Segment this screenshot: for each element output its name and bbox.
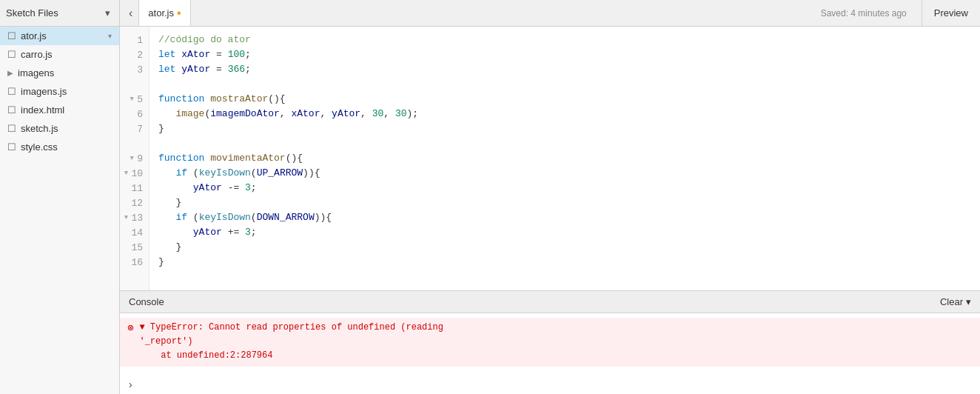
sidebar: ☐ ator.js ▾ ☐ carro.js ▶ imagens ☐ image…	[0, 27, 120, 394]
line-num-15: 15	[120, 240, 149, 255]
console-chevron-icon: ▾	[966, 296, 971, 307]
sidebar-item-sketch-js[interactable]: ☐ sketch.js	[0, 119, 119, 138]
sketch-files-section: Sketch Files ▾	[0, 0, 120, 26]
code-line-16: }	[158, 255, 980, 270]
sidebar-item-imagens-js[interactable]: ☐ imagens.js	[0, 82, 119, 101]
console-header: Console Clear ▾	[120, 291, 980, 313]
code-line-5: function mostraAtor(){	[158, 92, 980, 107]
code-line-9: function movimentaAtor(){	[158, 151, 980, 166]
line-num-3: 3	[120, 62, 149, 77]
file-icon-carro: ☐	[7, 49, 16, 60]
sidebar-label-imagens-js: imagens.js	[21, 86, 67, 97]
sketch-files-label: Sketch Files	[6, 7, 102, 19]
sidebar-label-carro-js: carro.js	[21, 49, 53, 60]
clear-label: Clear	[940, 296, 963, 307]
fold-9: ▼	[128, 155, 135, 162]
line-num-8	[120, 136, 149, 151]
code-line-14: yAtor += 3;	[158, 225, 980, 240]
console-clear-button[interactable]: Clear ▾	[940, 296, 971, 307]
folder-chevron-imagens: ▶	[7, 69, 13, 77]
preview-button[interactable]: Preview	[922, 0, 980, 26]
line-num-12: 12	[120, 196, 149, 210]
sidebar-chevron-ator-js: ▾	[108, 32, 112, 40]
line-num-11: 11	[120, 181, 149, 196]
code-panel[interactable]: 1 2 3 ▼5 6 7 ▼9 ▼10 11 12 ▼13 14 15 16 /…	[120, 27, 980, 290]
sidebar-label-style-css: style.css	[21, 141, 58, 153]
file-icon-imagens-js: ☐	[7, 86, 16, 97]
tab-ator-js[interactable]: ator.js•	[138, 0, 190, 26]
fold-5: ▼	[128, 96, 135, 103]
file-icon-sketch-js: ☐	[7, 123, 16, 134]
sidebar-item-carro-js[interactable]: ☐ carro.js	[0, 45, 119, 64]
line-num-4	[120, 77, 149, 92]
console-input-row: ›	[120, 376, 980, 394]
console-error-row: ⊗ ▼ TypeError: Cannot read properties of…	[120, 318, 980, 367]
line-num-7: 7	[120, 121, 149, 136]
sidebar-item-imagens[interactable]: ▶ imagens	[0, 64, 119, 82]
code-line-8	[158, 136, 980, 151]
code-line-15: }	[158, 240, 980, 255]
code-line-1: //código do ator	[158, 33, 980, 47]
fold-13: ▼	[122, 214, 130, 221]
code-line-7: }	[158, 121, 980, 136]
top-bar: Sketch Files ▾ ‹ ator.js• Saved: 4 minut…	[0, 0, 980, 27]
code-line-11: yAtor -= 3;	[158, 181, 980, 196]
console-panel: Console Clear ▾ ⊗ ▼ TypeError: Cannot re…	[120, 290, 980, 394]
file-icon-style-css: ☐	[7, 141, 16, 153]
code-content[interactable]: //código do ator let xAtor = 100; let yA…	[150, 27, 980, 290]
file-icon-index-html: ☐	[7, 104, 16, 116]
console-title: Console	[129, 296, 940, 307]
line-num-5: ▼5	[120, 92, 149, 107]
line-num-1: 1	[120, 33, 149, 47]
sketch-files-chevron[interactable]: ▾	[102, 6, 113, 20]
sidebar-item-index-html[interactable]: ☐ index.html	[0, 101, 119, 119]
code-line-6: image(imagemDoAtor, xAtor, yAtor, 30, 30…	[158, 107, 980, 121]
file-icon: ☐	[7, 30, 16, 41]
line-num-9: ▼9	[120, 151, 149, 166]
code-line-10: if (keyIsDown(UP_ARROW)){	[158, 166, 980, 181]
line-num-2: 2	[120, 47, 149, 62]
code-line-3: let yAtor = 366;	[158, 62, 980, 77]
console-prompt-icon: ›	[127, 379, 133, 391]
error-text: ▼ TypeError: Cannot read properties of u…	[139, 321, 443, 364]
line-num-16: 16	[120, 255, 149, 270]
main-content: ☐ ator.js ▾ ☐ carro.js ▶ imagens ☐ image…	[0, 27, 980, 394]
code-line-13: if (keyIsDown(DOWN_ARROW)){	[158, 210, 980, 225]
line-num-14: 14	[120, 225, 149, 240]
line-num-13: ▼13	[120, 210, 149, 225]
sidebar-item-ator-js[interactable]: ☐ ator.js ▾	[0, 27, 119, 45]
save-status: Saved: 4 minutes ago	[821, 8, 922, 19]
line-num-10: ▼10	[120, 166, 149, 181]
fold-10: ▼	[122, 170, 130, 177]
editor-area: 1 2 3 ▼5 6 7 ▼9 ▼10 11 12 ▼13 14 15 16 /…	[120, 27, 980, 394]
code-line-2: let xAtor = 100;	[158, 47, 980, 62]
sidebar-label-ator-js: ator.js	[21, 30, 47, 41]
line-num-6: 6	[120, 107, 149, 121]
code-line-12: }	[158, 196, 980, 210]
tab-bar: ‹ ator.js• Saved: 4 minutes ago Preview	[120, 0, 980, 26]
console-body: ⊗ ▼ TypeError: Cannot read properties of…	[120, 313, 980, 376]
sidebar-label-imagens: imagens	[18, 67, 54, 79]
code-line-4	[158, 77, 980, 92]
error-icon: ⊗	[127, 321, 133, 334]
sidebar-label-sketch-js: sketch.js	[21, 123, 58, 134]
sidebar-item-style-css[interactable]: ☐ style.css	[0, 138, 119, 156]
sidebar-label-index-html: index.html	[21, 104, 64, 116]
tab-modified-dot: •	[177, 7, 181, 19]
back-button[interactable]: ‹	[123, 0, 138, 26]
tab-filename: ator.js	[148, 7, 174, 19]
line-numbers: 1 2 3 ▼5 6 7 ▼9 ▼10 11 12 ▼13 14 15 16	[120, 27, 150, 290]
